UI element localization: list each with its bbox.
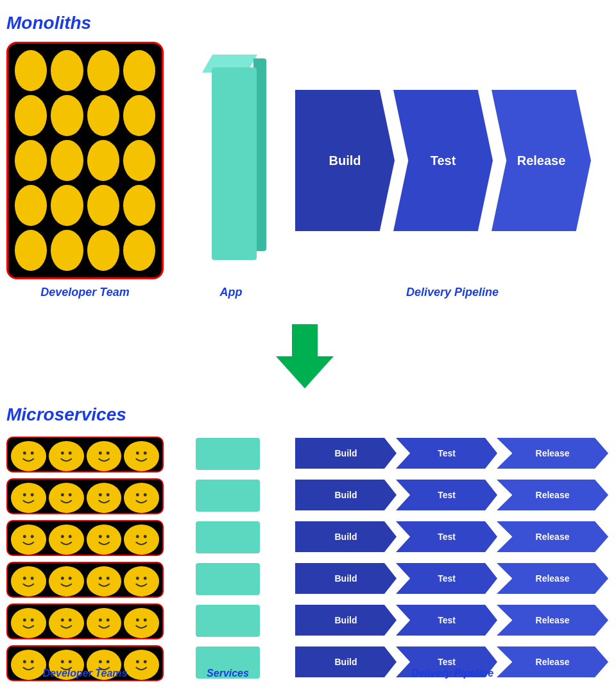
svg-point-41 [69, 201, 73, 204]
svg-point-65 [69, 452, 72, 455]
svg-point-42 [90, 193, 116, 219]
svg-point-105 [130, 569, 154, 593]
micro-team-face [11, 483, 46, 513]
micro-team-face [124, 566, 159, 596]
svg-point-75 [54, 485, 78, 510]
svg-point-88 [61, 535, 64, 539]
svg-point-44 [105, 201, 108, 204]
micro-team-face [87, 608, 122, 638]
svg-point-70 [136, 452, 139, 455]
micro-team-face [124, 525, 159, 555]
svg-point-79 [98, 494, 101, 497]
svg-point-94 [136, 535, 139, 539]
svg-point-26 [33, 156, 37, 159]
team-face [123, 140, 155, 181]
svg-point-119 [144, 619, 147, 622]
micro-test-2: Test [396, 480, 497, 510]
micro-pipeline-2: Build Test Release [295, 478, 610, 512]
svg-point-13 [25, 111, 28, 114]
team-face [51, 185, 83, 226]
svg-point-74 [31, 494, 34, 497]
micro-service-2 [196, 480, 260, 512]
svg-point-73 [23, 494, 26, 497]
pipeline-release: Release [492, 90, 591, 231]
micro-dev-row-1 [6, 437, 164, 473]
svg-point-63 [54, 444, 78, 468]
micro-team-face [11, 441, 46, 471]
micro-service-1 [196, 438, 260, 470]
svg-point-71 [144, 452, 147, 455]
svg-point-69 [130, 444, 154, 468]
svg-point-46 [133, 201, 137, 204]
micro-pipeline-4: Build Test Release [295, 562, 610, 595]
svg-point-19 [98, 111, 101, 114]
micro-build-3: Build [295, 521, 397, 552]
micro-pipeline-3: Build Test Release [295, 520, 610, 553]
svg-point-128 [106, 661, 109, 664]
svg-point-61 [23, 452, 26, 455]
micro-service-5 [196, 605, 260, 637]
svg-point-51 [54, 238, 80, 264]
svg-point-98 [31, 577, 34, 580]
svg-point-58 [133, 246, 137, 249]
svg-point-101 [69, 577, 72, 580]
team-face [51, 50, 83, 91]
team-face [123, 50, 155, 91]
svg-point-95 [144, 535, 147, 539]
micro-pipeline-5: Build Test Release [295, 603, 610, 637]
svg-point-86 [31, 535, 34, 539]
svg-point-114 [92, 611, 116, 635]
micro-team-face [87, 525, 122, 555]
svg-point-59 [142, 246, 145, 249]
svg-point-87 [54, 527, 78, 551]
svg-point-20 [105, 111, 108, 114]
micro-team-face [49, 566, 84, 596]
app-box [196, 55, 266, 273]
micro-team-face [124, 608, 159, 638]
micro-team-face [11, 525, 46, 555]
micro-dev-row-2 [6, 478, 164, 514]
developer-team-label: Developer Team [6, 286, 164, 299]
svg-point-108 [17, 611, 41, 635]
svg-point-57 [126, 238, 153, 264]
svg-point-15 [54, 103, 80, 129]
micro-team-face [49, 441, 84, 471]
svg-point-127 [98, 661, 101, 664]
micro-team-face [49, 483, 84, 513]
svg-point-62 [31, 452, 34, 455]
svg-point-84 [17, 527, 41, 551]
monolith-pipeline-label: Delivery Pipeline [295, 286, 610, 299]
team-face [123, 185, 155, 226]
micro-team-face [87, 566, 122, 596]
svg-point-116 [106, 619, 109, 622]
team-face [15, 230, 47, 271]
micro-dev-row-5 [6, 603, 164, 639]
svg-point-93 [130, 527, 154, 551]
svg-point-64 [61, 452, 64, 455]
svg-point-122 [31, 661, 34, 664]
svg-point-29 [69, 156, 73, 159]
microservices-title: Microservices [6, 404, 126, 425]
svg-point-121 [23, 661, 26, 664]
team-face [87, 140, 119, 181]
svg-point-110 [31, 619, 34, 622]
svg-point-35 [142, 156, 145, 159]
team-face [15, 140, 47, 181]
svg-point-76 [61, 494, 64, 497]
team-face [51, 140, 83, 181]
svg-point-48 [18, 238, 44, 264]
svg-point-28 [61, 156, 64, 159]
svg-point-60 [17, 444, 41, 468]
svg-point-117 [130, 611, 154, 635]
svg-point-9 [126, 58, 153, 84]
svg-point-100 [61, 577, 64, 580]
team-face [87, 95, 119, 136]
micro-release-2: Release [497, 480, 608, 510]
svg-point-104 [106, 577, 109, 580]
svg-point-106 [136, 577, 139, 580]
micro-test-3: Test [396, 521, 497, 552]
micro-build-5: Build [295, 605, 397, 636]
svg-point-103 [98, 577, 101, 580]
monolith-pipeline: Build Test Release [295, 83, 610, 238]
svg-point-18 [90, 103, 116, 129]
